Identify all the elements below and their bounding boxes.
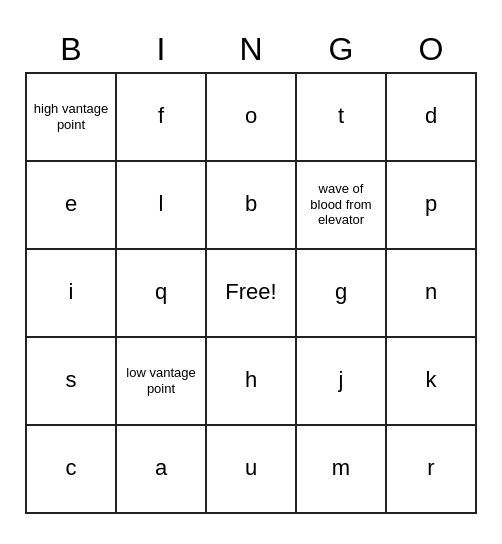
bingo-grid: high vantage pointfotdelbwave of blood f… <box>25 72 477 514</box>
bingo-cell-r2-c1: q <box>117 250 207 338</box>
bingo-cell-r2-c2: Free! <box>207 250 297 338</box>
bingo-cell-r2-c4: n <box>387 250 477 338</box>
bingo-cell-r1-c0: e <box>27 162 117 250</box>
header-letter-g: G <box>296 31 386 68</box>
bingo-cell-r4-c4: r <box>387 426 477 514</box>
header-letter-i: I <box>116 31 206 68</box>
bingo-header: BINGO <box>26 31 476 68</box>
bingo-cell-r3-c0: s <box>27 338 117 426</box>
header-letter-b: B <box>26 31 116 68</box>
bingo-cell-r2-c3: g <box>297 250 387 338</box>
bingo-cell-r2-c0: i <box>27 250 117 338</box>
bingo-cell-r1-c3: wave of blood from elevator <box>297 162 387 250</box>
bingo-cell-r4-c0: c <box>27 426 117 514</box>
header-letter-o: O <box>386 31 476 68</box>
bingo-cell-r0-c0: high vantage point <box>27 74 117 162</box>
bingo-cell-r3-c4: k <box>387 338 477 426</box>
bingo-cell-r3-c1: low vantage point <box>117 338 207 426</box>
bingo-cell-r0-c1: f <box>117 74 207 162</box>
header-letter-n: N <box>206 31 296 68</box>
bingo-cell-r4-c2: u <box>207 426 297 514</box>
bingo-cell-r1-c1: l <box>117 162 207 250</box>
bingo-cell-r1-c4: p <box>387 162 477 250</box>
bingo-cell-r3-c3: j <box>297 338 387 426</box>
bingo-cell-r0-c3: t <box>297 74 387 162</box>
bingo-cell-r4-c1: a <box>117 426 207 514</box>
bingo-cell-r4-c3: m <box>297 426 387 514</box>
bingo-card: BINGO high vantage pointfotdelbwave of b… <box>25 31 477 514</box>
bingo-cell-r0-c2: o <box>207 74 297 162</box>
bingo-cell-r0-c4: d <box>387 74 477 162</box>
bingo-cell-r1-c2: b <box>207 162 297 250</box>
bingo-cell-r3-c2: h <box>207 338 297 426</box>
